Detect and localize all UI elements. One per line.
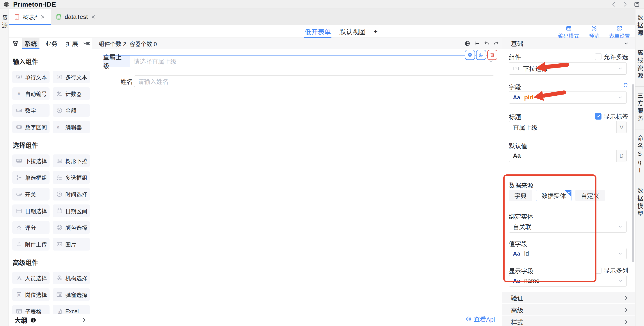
code-mode-button[interactable]: 编码模式 [558,26,579,40]
palette-item-attachment-upload[interactable]: 附件上传 [12,238,50,250]
dock-item-data-source[interactable]: 数据源 [636,9,644,44]
data-source-dictionary[interactable]: 字典 [509,190,532,201]
section-style[interactable]: 样式 [502,316,635,326]
palette-item-radio-group[interactable]: 单选框组 [12,171,50,184]
palette-item-date-range[interactable]: 日期区间 [52,204,90,217]
palette-tab-business[interactable]: 业务 [42,38,60,49]
palette-tab-extension[interactable]: 扩展 [63,38,81,49]
palette-item-checkbox-group[interactable]: 多选框组 [52,171,90,184]
palette-item-image[interactable]: 图片 [52,238,90,250]
component-library-icon[interactable] [12,40,19,47]
palette-item-post-select[interactable]: 岗位选择 [12,288,50,301]
palette-item-single-line-text[interactable]: 单行文本 [12,71,50,83]
default-value-addon[interactable]: D [616,150,626,162]
palette-item-label: Excel [65,308,79,314]
palette-tab-label: 系统 [24,39,37,48]
data-source-custom[interactable]: 自定义 [576,190,605,201]
field-delete-button[interactable] [487,50,497,60]
palette-item-time-picker[interactable]: 时间选择 [52,188,90,200]
palette-item-excel[interactable]: Excel [52,305,90,314]
form-field-parent-select[interactable]: 直属上级 请选择直属上级 [103,55,497,67]
field-copy-button[interactable] [476,50,486,60]
close-icon[interactable] [40,14,45,20]
palette-tab-system[interactable]: 系统 [22,38,40,49]
chevron-down-icon[interactable] [624,41,629,46]
nav-forward-icon[interactable] [622,1,628,8]
palette-item-person-select[interactable]: 人员选择 [12,272,50,284]
view-tab-default-view[interactable]: 默认视图 [339,25,366,38]
display-field-value: name [524,277,540,284]
code-mode-icon [566,26,572,31]
palette-item-number-range[interactable]: 数字区间 [12,121,50,133]
refresh-icon[interactable] [622,82,629,88]
preview-button[interactable]: 预览 [589,26,599,40]
value-field-value: id [524,250,529,257]
palette-item-tree-dropdown[interactable]: 树形下拉 [52,154,90,167]
chevron-right-icon[interactable] [81,317,87,323]
view-api-link[interactable]: 查看Api [466,314,495,323]
section-advanced[interactable]: 高级 [502,304,635,315]
view-tab-lowcode-form[interactable]: 低开表单 [305,25,331,38]
dock-item-resources[interactable]: 资源 [0,9,8,36]
org-select-icon [56,275,63,281]
chevron-right-icon [624,319,629,325]
form-field-name[interactable]: 姓名 请输入姓名 [92,76,502,87]
auto-number-icon [16,90,22,97]
display-field-select[interactable]: Aa name [509,275,627,286]
palette-item-org-select[interactable]: 机构选择 [52,272,90,284]
section-validation[interactable]: 验证 [502,292,635,303]
outline-footer[interactable]: 大纲 [9,314,92,326]
bind-entity-select[interactable]: 自关联 [509,221,627,232]
canvas-body[interactable]: 直属上级 请选择直属上级 姓名 请输入姓名 查看Api [92,50,502,326]
field-select[interactable]: Aa pid [509,91,627,104]
save-icon[interactable] [634,1,640,8]
palette-item-sub-table[interactable]: 子表格 [12,305,50,314]
palette-item-dropdown-select[interactable]: 下拉选择 [12,154,50,167]
view-tab-label: 低开表单 [305,27,331,36]
dock-item-offline-resources[interactable]: 离线资源 [636,44,644,86]
palette-item-popup-select[interactable]: 弹窗选择 [52,288,90,301]
redo-icon[interactable] [493,40,499,47]
structure-tree-icon[interactable] [474,40,480,47]
add-view-button[interactable]: + [374,25,378,38]
chevron-down-icon[interactable] [82,41,88,46]
palette-item-rich-editor[interactable]: 编辑器 [52,121,90,133]
upload-icon [16,241,22,247]
doc-tab-tree-table[interactable]: 树表* [9,9,51,25]
palette-item-multi-line-text[interactable]: 多行文本 [52,71,90,83]
component-type-select[interactable]: 下拉选择 [509,62,627,75]
palette-item-date-picker[interactable]: 日期选择 [12,204,50,217]
palette-item-rating[interactable]: 评分 [12,221,50,234]
palette-item-label: 附件上传 [25,240,47,248]
palette-item-amount[interactable]: 金额 [52,104,90,117]
show-label-checkbox[interactable] [595,113,602,120]
palette-item-color-picker[interactable]: 颜色选择 [52,221,90,234]
value-field-select[interactable]: Aa id [509,248,627,259]
i18n-globe-icon[interactable] [464,40,470,47]
palette-item-counter[interactable]: 计数器 [52,87,90,100]
component-label: 组件 [509,53,521,62]
palette-item-label: 开关 [25,190,36,198]
palette-item-label: 岗位选择 [25,291,47,298]
palette-item-switch[interactable]: 开关 [12,188,50,200]
data-source-entity[interactable]: 数据实体 [536,190,572,201]
dock-item-third-party-services[interactable]: 三方服务 [636,86,644,129]
palette-item-number[interactable]: 数字 [12,104,50,117]
name-input[interactable]: 请输入姓名 [134,76,494,87]
undo-icon[interactable] [484,40,490,47]
dock-item-named-sql[interactable]: 命名Sql [636,129,644,182]
close-icon[interactable] [90,14,96,20]
panel-scrollbar[interactable] [632,84,634,262]
title-input[interactable]: 直属上级 V [509,121,627,133]
panel-header-basic[interactable]: 基础 [502,38,635,49]
dock-item-data-model[interactable]: 数据模型 [636,182,644,224]
allow-multi-checkbox[interactable] [595,53,602,60]
form-settings-button[interactable]: 表单设置 [609,26,630,40]
palette-item-auto-number[interactable]: 自动编号 [12,87,50,100]
title-variable-addon[interactable]: V [616,121,626,133]
nav-back-icon[interactable] [611,1,617,8]
default-value-input[interactable]: Aa D [509,150,627,162]
doc-tab-datatest[interactable]: dataTest [51,9,101,25]
field-settings-button[interactable] [465,50,475,60]
show-multi-column-checkbox[interactable] [595,267,602,273]
